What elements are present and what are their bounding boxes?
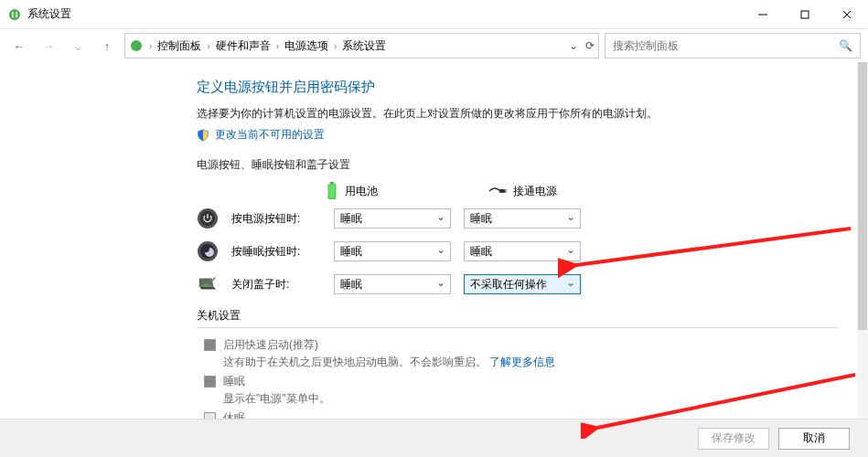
nav-recent-button[interactable]: ⌄ [66, 34, 90, 58]
nav-up-button[interactable]: ↑ [95, 34, 119, 58]
change-unavailable-link-row: 更改当前不可用的设置 [197, 127, 839, 143]
hibernate-checkbox[interactable] [204, 412, 216, 419]
breadcrumb-item[interactable]: 控制面板 [157, 38, 201, 54]
maximize-button[interactable] [784, 0, 826, 29]
sleep-button-plugged-select[interactable]: 睡眠 [464, 241, 581, 261]
svg-point-0 [9, 9, 20, 20]
lid-close-icon [197, 273, 219, 295]
page-subtext: 选择要为你的计算机设置的电源设置。在此页上对设置所做的更改将应用于你所有的电源计… [197, 105, 839, 122]
minimize-button[interactable] [742, 0, 784, 29]
battery-icon [325, 182, 339, 200]
svg-rect-3 [330, 182, 334, 184]
power-button-icon [197, 207, 219, 229]
power-button-label: 按电源按钮时: [231, 211, 321, 227]
window-title: 系统设置 [27, 6, 742, 22]
navigation-row: ← → ⌄ ↑ › 控制面板 › 硬件和声音 › 电源选项 › 系统设置 ⌄ ⟳… [0, 29, 868, 62]
lid-close-row: 关闭盖子时: 睡眠 不采取任何操作 [197, 273, 839, 295]
svg-point-2 [131, 40, 142, 51]
change-unavailable-link[interactable]: 更改当前不可用的设置 [215, 127, 325, 143]
shutdown-settings-group: 关机设置 启用快速启动(推荐) 这有助于在关机之后更快地启动电脑。不会影响重启。… [197, 308, 839, 419]
learn-more-link[interactable]: 了解更多信息 [489, 356, 555, 368]
fast-startup-label: 启用快速启动(推荐) [223, 337, 555, 353]
lid-close-battery-select[interactable]: 睡眠 [334, 274, 451, 294]
window-controls [742, 0, 868, 29]
hibernate-option-row: 休眠 显示在"电源"菜单中。 [204, 410, 839, 419]
lid-close-plugged-select[interactable]: 不采取任何操作 [464, 274, 581, 294]
nav-forward-button[interactable]: → [37, 34, 60, 58]
fast-startup-row: 启用快速启动(推荐) 这有助于在关机之后更快地启动电脑。不会影响重启。 了解更多… [204, 337, 839, 370]
breadcrumb-item[interactable]: 系统设置 [342, 38, 386, 54]
dropdown-icon[interactable]: ⌄ [569, 39, 578, 52]
sleep-button-icon [197, 240, 219, 262]
scroll-thumb[interactable] [858, 62, 867, 330]
scrollbar[interactable] [857, 62, 868, 419]
breadcrumb-item[interactable]: 电源选项 [284, 38, 328, 54]
sleep-button-row: 按睡眠按钮时: 睡眠 睡眠 [197, 240, 839, 262]
cancel-button[interactable]: 取消 [778, 428, 850, 450]
control-panel-icon [129, 38, 144, 53]
sleep-button-label: 按睡眠按钮时: [231, 244, 321, 260]
section-label: 电源按钮、睡眠按钮和盖子设置 [197, 157, 839, 173]
save-button[interactable]: 保存修改 [698, 428, 769, 450]
refresh-icon[interactable]: ⟳ [585, 39, 595, 52]
sleep-option-label: 睡眠 [223, 374, 330, 389]
power-button-battery-select[interactable]: 睡眠 [334, 208, 451, 228]
shield-icon [197, 129, 209, 142]
plugged-column-header: 接通电源 [488, 184, 634, 199]
search-input[interactable] [613, 39, 839, 52]
search-icon: 🔍 [839, 39, 852, 52]
app-icon [7, 7, 22, 22]
lid-close-label: 关闭盖子时: [231, 277, 321, 292]
sleep-checkbox[interactable] [204, 376, 216, 388]
close-button[interactable] [826, 0, 868, 29]
svg-rect-6 [499, 189, 505, 193]
page-heading: 定义电源按钮并启用密码保护 [197, 79, 839, 96]
titlebar: 系统设置 [0, 0, 868, 29]
search-box[interactable]: 🔍 [605, 33, 861, 58]
address-bar[interactable]: › 控制面板 › 硬件和声音 › 电源选项 › 系统设置 ⌄ ⟳ [124, 33, 599, 58]
breadcrumb-item[interactable]: 硬件和声音 [216, 38, 271, 54]
shutdown-group-title: 关机设置 [197, 308, 839, 328]
svg-rect-5 [329, 185, 336, 197]
sleep-option-row: 睡眠 显示在"电源"菜单中。 [204, 374, 839, 407]
plug-icon [488, 185, 508, 197]
nav-back-button[interactable]: ← [7, 34, 31, 58]
hibernate-option-label: 休眠 [223, 410, 330, 419]
svg-rect-1 [801, 11, 809, 18]
power-button-row: 按电源按钮时: 睡眠 睡眠 [197, 207, 839, 229]
column-headers: 用电池 接通电源 [197, 182, 839, 200]
fast-startup-checkbox[interactable] [204, 339, 216, 351]
power-button-plugged-select[interactable]: 睡眠 [464, 208, 581, 228]
battery-column-header: 用电池 [325, 182, 471, 200]
content-area: 定义电源按钮并启用密码保护 选择要为你的计算机设置的电源设置。在此页上对设置所做… [0, 62, 857, 419]
sleep-button-battery-select[interactable]: 睡眠 [334, 241, 451, 261]
button-bar: 保存修改 取消 [0, 419, 868, 457]
